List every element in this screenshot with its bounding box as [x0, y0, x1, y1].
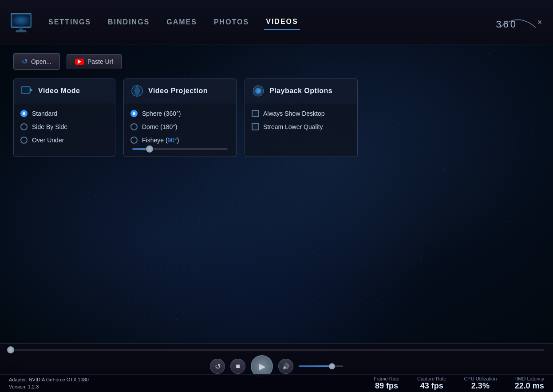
video-mode-card: Video Mode Standard Side By Side Over Un…: [13, 78, 115, 157]
video-projection-icon: [130, 84, 144, 98]
fisheye-slider-container: [130, 148, 229, 150]
capture-rate-value: 43 fps: [420, 381, 443, 391]
tab-games[interactable]: GAMES: [165, 15, 199, 30]
capture-rate-stat: Capture Rate 43 fps: [417, 376, 446, 391]
video-projection-body: Sphere (360°) Dome (180°) Fisheye (90°): [124, 103, 236, 157]
playback-options: Always Show Desktop Stream Lower Quality: [252, 110, 351, 130]
radio-circle-standard: [20, 110, 28, 117]
svg-marker-10: [30, 88, 33, 92]
playback-options-card: Playback Options Always Show Desktop Str…: [245, 78, 358, 157]
main-content: ↺ Open... Paste Url Video Mode: [0, 44, 553, 343]
open-button[interactable]: ↺ Open...: [13, 53, 60, 70]
volume-fill: [299, 365, 332, 367]
volume-button[interactable]: 🔊: [278, 359, 293, 374]
tab-videos[interactable]: VIDEOS: [264, 14, 300, 30]
progress-bar[interactable]: [9, 349, 544, 351]
volume-icon: 🔊: [282, 363, 289, 370]
radio-fisheye-label: Fisheye (90°): [142, 137, 179, 144]
playback-header: Playback Options: [245, 79, 357, 103]
checkbox-always-show[interactable]: Always Show Desktop: [252, 110, 351, 117]
video-mode-title: Video Mode: [38, 87, 80, 95]
cpu-value: 2.3%: [471, 381, 490, 391]
playback-title: Playback Options: [269, 87, 332, 95]
version-label: Version:: [9, 384, 27, 389]
playback-icon: [252, 84, 265, 98]
version-value: 1.2.3: [28, 384, 39, 389]
stop-icon: ■: [236, 362, 240, 370]
version-line: Version: 1.2.3: [9, 384, 89, 390]
adapter-value: NVIDIA GeForce GTX 1080: [29, 377, 89, 382]
video-mode-body: Standard Side By Side Over Under: [14, 103, 115, 150]
radio-standard-label: Standard: [32, 110, 57, 117]
hmd-latency-stat: HMD Latency 22.0 ms: [514, 376, 544, 391]
radio-circle-over-under: [20, 137, 28, 144]
svg-rect-9: [22, 87, 29, 93]
radio-over-under[interactable]: Over Under: [20, 137, 108, 144]
progress-area: [0, 344, 553, 351]
hmd-label: HMD Latency: [514, 376, 544, 381]
video-mode-options: Standard Side By Side Over Under: [20, 110, 108, 144]
restart-icon: ↺: [215, 362, 221, 371]
open-label: Open...: [31, 58, 51, 65]
volume-thumb: [329, 363, 335, 369]
youtube-icon: [75, 59, 84, 65]
checkbox-box-stream-lower: [252, 123, 259, 130]
restart-button[interactable]: ↺: [210, 359, 225, 374]
radio-dome[interactable]: Dome (180°): [130, 123, 229, 130]
performance-stats: Frame Rate 89 fps Capture Rate 43 fps CP…: [374, 376, 544, 391]
radio-side-by-side[interactable]: Side By Side: [20, 123, 108, 130]
cards-row: Video Mode Standard Side By Side Over Un…: [13, 78, 540, 157]
playback-body: Always Show Desktop Stream Lower Quality: [245, 103, 357, 137]
cpu-stat: CPU Utilization 2.3%: [464, 376, 497, 391]
frame-rate-label: Frame Rate: [374, 376, 399, 381]
radio-circle-side-by-side: [20, 123, 28, 130]
radio-standard[interactable]: Standard: [20, 110, 108, 117]
checkbox-always-show-label: Always Show Desktop: [263, 110, 325, 117]
radio-circle-dome: [130, 123, 138, 130]
volume-slider[interactable]: [299, 365, 343, 367]
brand-360-area: 360: [496, 16, 535, 28]
tab-bindings[interactable]: BINDINGS: [106, 15, 151, 30]
radio-over-under-label: Over Under: [32, 137, 64, 144]
radio-dome-label: Dome (180°): [142, 123, 178, 130]
volume-slider-area: [299, 365, 343, 367]
adapter-label: Adapter:: [9, 377, 28, 382]
radio-side-by-side-label: Side By Side: [32, 123, 67, 130]
radio-sphere[interactable]: Sphere (360°): [130, 110, 229, 117]
checkbox-stream-lower[interactable]: Stream Lower Quality: [252, 123, 351, 130]
stop-button[interactable]: ■: [230, 359, 245, 374]
frame-rate-value: 89 fps: [375, 381, 398, 391]
paste-url-button[interactable]: Paste Url: [67, 54, 122, 69]
hmd-value: 22.0 ms: [515, 381, 544, 391]
play-icon: ▶: [259, 361, 265, 372]
capture-rate-label: Capture Rate: [417, 376, 446, 381]
system-info: Adapter: NVIDIA GeForce GTX 1080 Version…: [9, 376, 89, 390]
tab-photos[interactable]: PHOTOS: [212, 15, 251, 30]
tab-settings[interactable]: SETTINGS: [47, 15, 93, 30]
radio-circle-fisheye: [130, 137, 138, 144]
video-mode-icon: [20, 84, 34, 98]
paste-label: Paste Url: [87, 58, 113, 65]
status-bar: Adapter: NVIDIA GeForce GTX 1080 Version…: [0, 374, 553, 392]
fisheye-slider[interactable]: [132, 148, 228, 150]
projection-options: Sphere (360°) Dome (180°) Fisheye (90°): [130, 110, 229, 144]
svg-rect-4: [16, 31, 26, 32]
cpu-label: CPU Utilization: [464, 376, 497, 381]
checkbox-stream-lower-label: Stream Lower Quality: [263, 123, 323, 130]
radio-circle-sphere: [130, 110, 138, 117]
checkbox-box-always-show: [252, 110, 259, 117]
radio-sphere-label: Sphere (360°): [142, 110, 181, 117]
radio-fisheye[interactable]: Fisheye (90°): [130, 137, 229, 144]
brand-360-label: 360: [496, 19, 517, 30]
toolbar: ↺ Open... Paste Url: [13, 53, 540, 70]
slider-thumb: [146, 145, 153, 153]
frame-rate-stat: Frame Rate 89 fps: [374, 376, 399, 391]
logo-area: [9, 10, 33, 34]
monitor-icon: [9, 10, 33, 34]
adapter-line: Adapter: NVIDIA GeForce GTX 1080: [9, 376, 89, 383]
header: SETTINGS BINDINGS GAMES PHOTOS VIDEOS 36…: [0, 0, 553, 44]
video-projection-card: Video Projection Sphere (360°) Dome (180…: [123, 78, 237, 157]
progress-thumb: [7, 346, 14, 353]
video-mode-header: Video Mode: [14, 79, 115, 103]
svg-rect-2: [12, 15, 30, 26]
